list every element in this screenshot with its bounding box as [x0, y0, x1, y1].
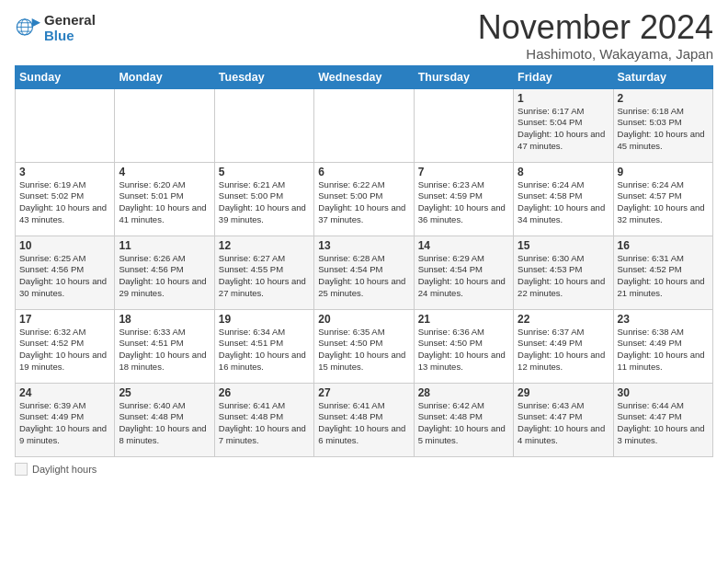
table-row: 17Sunrise: 6:32 AM Sunset: 4:52 PM Dayli… — [16, 309, 115, 383]
cell-info-16: Sunrise: 6:31 AM Sunset: 4:52 PM Dayligh… — [618, 253, 709, 300]
table-row: 9Sunrise: 6:24 AM Sunset: 4:57 PM Daylig… — [613, 162, 712, 236]
table-row: 8Sunrise: 6:24 AM Sunset: 4:58 PM Daylig… — [514, 162, 613, 236]
cell-info-10: Sunrise: 6:25 AM Sunset: 4:56 PM Dayligh… — [19, 253, 110, 300]
cell-info-20: Sunrise: 6:35 AM Sunset: 4:50 PM Dayligh… — [318, 327, 409, 373]
cell-date-19: 19 — [219, 313, 310, 326]
cell-date-16: 16 — [618, 239, 709, 252]
calendar-table: Sunday Monday Tuesday Wednesday Thursday… — [15, 65, 713, 457]
table-row: 26Sunrise: 6:41 AM Sunset: 4:48 PM Dayli… — [214, 383, 313, 456]
calendar-header-row: Sunday Monday Tuesday Wednesday Thursday… — [16, 65, 713, 88]
cell-info-23: Sunrise: 6:38 AM Sunset: 4:49 PM Dayligh… — [618, 327, 709, 373]
table-row: 2Sunrise: 6:18 AM Sunset: 5:03 PM Daylig… — [613, 88, 712, 162]
calendar-week-0: 1Sunrise: 6:17 AM Sunset: 5:04 PM Daylig… — [16, 88, 713, 162]
table-row: 29Sunrise: 6:43 AM Sunset: 4:47 PM Dayli… — [514, 383, 613, 456]
col-sunday: Sunday — [16, 65, 115, 88]
cell-date-21: 21 — [418, 313, 509, 326]
cell-date-27: 27 — [318, 386, 409, 399]
title-block: November 2024 Hashimoto, Wakayama, Japan — [478, 9, 713, 62]
table-row — [314, 88, 414, 162]
cell-date-13: 13 — [318, 239, 409, 252]
col-thursday: Thursday — [414, 65, 513, 88]
cell-date-18: 18 — [119, 313, 210, 326]
cell-info-28: Sunrise: 6:42 AM Sunset: 4:48 PM Dayligh… — [418, 400, 509, 447]
table-row: 7Sunrise: 6:23 AM Sunset: 4:59 PM Daylig… — [414, 162, 513, 236]
location-title: Hashimoto, Wakayama, Japan — [478, 46, 713, 62]
cell-date-7: 7 — [418, 166, 509, 178]
table-row: 30Sunrise: 6:44 AM Sunset: 4:47 PM Dayli… — [613, 383, 712, 456]
cell-info-26: Sunrise: 6:41 AM Sunset: 4:48 PM Dayligh… — [219, 400, 310, 447]
cell-info-27: Sunrise: 6:41 AM Sunset: 4:48 PM Dayligh… — [318, 400, 409, 447]
table-row — [16, 88, 115, 162]
cell-info-8: Sunrise: 6:24 AM Sunset: 4:58 PM Dayligh… — [518, 179, 609, 226]
daylight-legend-box — [15, 463, 28, 476]
table-row: 14Sunrise: 6:29 AM Sunset: 4:54 PM Dayli… — [414, 236, 513, 309]
table-row: 10Sunrise: 6:25 AM Sunset: 4:56 PM Dayli… — [16, 236, 115, 309]
cell-date-28: 28 — [418, 386, 509, 399]
table-row — [414, 88, 513, 162]
table-row: 28Sunrise: 6:42 AM Sunset: 4:48 PM Dayli… — [414, 383, 513, 456]
cell-info-13: Sunrise: 6:28 AM Sunset: 4:54 PM Dayligh… — [318, 253, 409, 300]
cell-date-11: 11 — [119, 239, 210, 252]
cell-date-30: 30 — [618, 386, 709, 399]
table-row: 22Sunrise: 6:37 AM Sunset: 4:49 PM Dayli… — [514, 309, 613, 383]
cell-date-14: 14 — [418, 239, 509, 252]
cell-info-19: Sunrise: 6:34 AM Sunset: 4:51 PM Dayligh… — [219, 327, 310, 373]
table-row: 3Sunrise: 6:19 AM Sunset: 5:02 PM Daylig… — [16, 162, 115, 236]
col-saturday: Saturday — [613, 65, 712, 88]
cell-date-23: 23 — [618, 313, 709, 326]
col-wednesday: Wednesday — [314, 65, 414, 88]
table-row: 16Sunrise: 6:31 AM Sunset: 4:52 PM Dayli… — [613, 236, 712, 309]
table-row: 15Sunrise: 6:30 AM Sunset: 4:53 PM Dayli… — [514, 236, 613, 309]
cell-info-1: Sunrise: 6:17 AM Sunset: 5:04 PM Dayligh… — [518, 106, 609, 153]
cell-date-29: 29 — [518, 386, 609, 399]
table-row: 19Sunrise: 6:34 AM Sunset: 4:51 PM Dayli… — [214, 309, 313, 383]
cell-date-22: 22 — [518, 313, 609, 326]
cell-info-29: Sunrise: 6:43 AM Sunset: 4:47 PM Dayligh… — [518, 400, 609, 447]
cell-info-7: Sunrise: 6:23 AM Sunset: 4:59 PM Dayligh… — [418, 179, 509, 226]
cell-info-12: Sunrise: 6:27 AM Sunset: 4:55 PM Dayligh… — [219, 253, 310, 300]
cell-date-25: 25 — [119, 386, 210, 399]
calendar-week-4: 24Sunrise: 6:39 AM Sunset: 4:49 PM Dayli… — [16, 383, 713, 456]
cell-date-4: 4 — [119, 166, 210, 178]
cell-info-24: Sunrise: 6:39 AM Sunset: 4:49 PM Dayligh… — [19, 400, 110, 447]
daylight-label: Daylight hours — [32, 464, 97, 475]
cell-info-21: Sunrise: 6:36 AM Sunset: 4:50 PM Dayligh… — [418, 327, 509, 373]
table-row: 20Sunrise: 6:35 AM Sunset: 4:50 PM Dayli… — [314, 309, 414, 383]
table-row: 23Sunrise: 6:38 AM Sunset: 4:49 PM Dayli… — [613, 309, 712, 383]
table-row: 5Sunrise: 6:21 AM Sunset: 5:00 PM Daylig… — [214, 162, 313, 236]
cell-date-2: 2 — [618, 92, 709, 105]
table-row: 6Sunrise: 6:22 AM Sunset: 5:00 PM Daylig… — [314, 162, 414, 236]
calendar-week-2: 10Sunrise: 6:25 AM Sunset: 4:56 PM Dayli… — [16, 236, 713, 309]
table-row: 4Sunrise: 6:20 AM Sunset: 5:01 PM Daylig… — [115, 162, 214, 236]
cell-date-5: 5 — [219, 166, 310, 178]
cell-date-10: 10 — [19, 239, 110, 252]
cell-info-17: Sunrise: 6:32 AM Sunset: 4:52 PM Dayligh… — [19, 327, 110, 373]
table-row: 24Sunrise: 6:39 AM Sunset: 4:49 PM Dayli… — [16, 383, 115, 456]
cell-date-3: 3 — [19, 166, 110, 178]
cell-info-18: Sunrise: 6:33 AM Sunset: 4:51 PM Dayligh… — [119, 327, 210, 373]
cell-info-25: Sunrise: 6:40 AM Sunset: 4:48 PM Dayligh… — [119, 400, 210, 447]
logo-text: General Blue — [44, 13, 96, 43]
logo-general-text: General — [44, 13, 96, 29]
header: General Blue November 2024 Hashimoto, Wa… — [15, 9, 713, 62]
cell-date-15: 15 — [518, 239, 609, 252]
logo-blue-text: Blue — [44, 29, 96, 44]
table-row: 18Sunrise: 6:33 AM Sunset: 4:51 PM Dayli… — [115, 309, 214, 383]
cell-info-14: Sunrise: 6:29 AM Sunset: 4:54 PM Dayligh… — [418, 253, 509, 300]
cell-info-9: Sunrise: 6:24 AM Sunset: 4:57 PM Dayligh… — [618, 179, 709, 226]
cell-date-9: 9 — [618, 166, 709, 178]
cell-info-2: Sunrise: 6:18 AM Sunset: 5:03 PM Dayligh… — [618, 106, 709, 153]
cell-date-17: 17 — [19, 313, 110, 326]
cell-info-22: Sunrise: 6:37 AM Sunset: 4:49 PM Dayligh… — [518, 327, 609, 373]
logo-icon — [15, 16, 40, 41]
cell-date-24: 24 — [19, 386, 110, 399]
cell-date-6: 6 — [318, 166, 409, 178]
table-row: 25Sunrise: 6:40 AM Sunset: 4:48 PM Dayli… — [115, 383, 214, 456]
calendar-week-3: 17Sunrise: 6:32 AM Sunset: 4:52 PM Dayli… — [16, 309, 713, 383]
logo: General Blue — [15, 13, 96, 43]
cell-date-20: 20 — [318, 313, 409, 326]
cell-info-11: Sunrise: 6:26 AM Sunset: 4:56 PM Dayligh… — [119, 253, 210, 300]
table-row: 21Sunrise: 6:36 AM Sunset: 4:50 PM Dayli… — [414, 309, 513, 383]
cell-info-4: Sunrise: 6:20 AM Sunset: 5:01 PM Dayligh… — [119, 179, 210, 226]
cell-info-5: Sunrise: 6:21 AM Sunset: 5:00 PM Dayligh… — [219, 179, 310, 226]
